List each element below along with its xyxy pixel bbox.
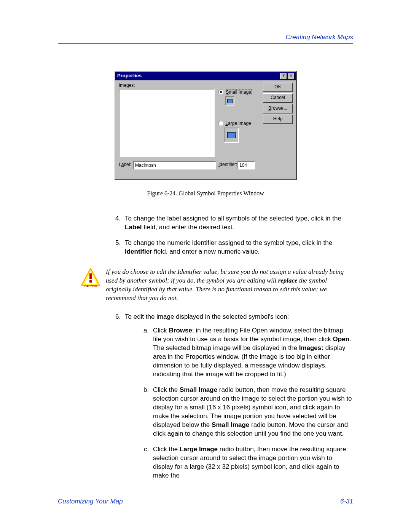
images-label: Images: — [119, 83, 135, 88]
caution-label: CAUTION — [84, 285, 97, 288]
radio-icon — [218, 89, 223, 94]
browse-button[interactable]: Browse... — [263, 104, 293, 113]
step-6b: Click the Small Image radio button, then… — [151, 386, 353, 438]
dialog-body: Images: Small Image Large Image Label: — [115, 80, 296, 179]
figure-caption: Figure 6-24. Global Symbol Properties Wi… — [58, 190, 353, 197]
help-icon[interactable]: ? — [280, 73, 287, 79]
close-icon[interactable]: × — [288, 73, 295, 79]
large-image-preview — [224, 128, 239, 143]
step-6: To edit the image displayed in the selec… — [123, 313, 353, 480]
step-6a: Click Browse; in the resulting File Open… — [151, 326, 353, 379]
label-field-label: Label: — [119, 162, 131, 167]
label-input[interactable]: Macintosh — [133, 161, 216, 169]
large-image-label: Large Image — [225, 121, 251, 126]
identifier-input[interactable]: 104 — [237, 161, 255, 169]
small-image-label: Small Image — [225, 89, 252, 95]
caution-icon: CAUTION — [81, 268, 100, 288]
step-6c: Click the Large Image radio button, then… — [151, 445, 353, 480]
step-4: To change the label assigned to all symb… — [123, 214, 353, 232]
help-button[interactable]: Help — [263, 115, 293, 124]
dialog-title: Properties — [117, 72, 142, 79]
identifier-field-label: Identifier: — [218, 162, 237, 167]
large-image-radio[interactable]: Large Image — [218, 121, 251, 126]
instruction-list: To change the label assigned to all symb… — [107, 214, 353, 256]
footer-left: Customizing Your Map — [58, 498, 123, 505]
instruction-list-cont: To edit the image displayed in the selec… — [107, 313, 353, 480]
ok-button[interactable]: OK — [263, 83, 293, 92]
monitor-icon — [227, 99, 233, 103]
images-listbox[interactable] — [119, 89, 215, 157]
header-section-title: Creating Network Maps — [58, 34, 353, 43]
footer-right: 6-31 — [340, 498, 353, 505]
figure: Properties ? × Images: Small Image — [58, 71, 353, 197]
caution-text: If you do choose to edit the Identifier … — [106, 268, 353, 303]
small-image-preview — [225, 96, 234, 105]
dialog-title-buttons: ? × — [279, 73, 295, 79]
caution-block: CAUTION If you do choose to edit the Ide… — [81, 268, 353, 303]
properties-dialog: Properties ? × Images: Small Image — [114, 71, 297, 180]
svg-rect-3 — [89, 280, 92, 283]
small-image-radio[interactable]: Small Image — [218, 89, 252, 95]
page: Creating Network Maps Properties ? × Ima… — [0, 0, 411, 532]
svg-rect-2 — [89, 273, 92, 279]
monitor-icon — [227, 132, 236, 138]
dialog-titlebar: Properties ? × — [115, 72, 296, 80]
step-5: To change the numeric identifier assigne… — [123, 239, 353, 256]
header-rule — [58, 43, 353, 44]
page-footer: Customizing Your Map 6-31 — [58, 498, 353, 505]
cancel-button[interactable]: Cancel — [263, 93, 293, 103]
step-6-substeps: Click Browse; in the resulting File Open… — [135, 326, 353, 480]
radio-icon — [218, 121, 223, 126]
